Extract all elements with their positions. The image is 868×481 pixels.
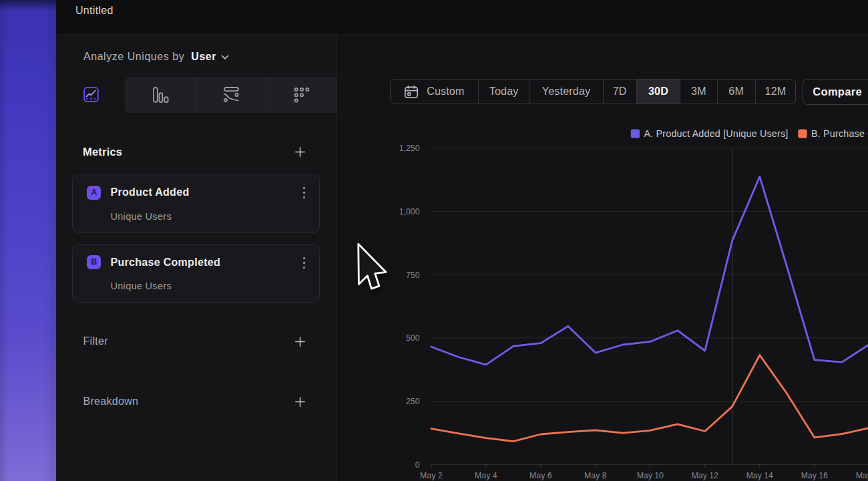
svg-text:May 4: May 4 xyxy=(475,471,497,480)
svg-text:1,250: 1,250 xyxy=(399,144,420,153)
svg-text:750: 750 xyxy=(406,271,420,280)
svg-text:May 10: May 10 xyxy=(637,471,664,480)
svg-text:May 12: May 12 xyxy=(692,471,718,480)
svg-text:May 6: May 6 xyxy=(529,471,552,480)
svg-text:250: 250 xyxy=(406,397,420,406)
svg-text:May 14: May 14 xyxy=(746,471,773,480)
svg-text:1,000: 1,000 xyxy=(399,207,420,216)
svg-text:B. Purchase Completed [Unique: B. Purchase Completed [Unique Users] xyxy=(811,128,868,139)
svg-text:0: 0 xyxy=(415,460,420,470)
svg-text:May 18: May 18 xyxy=(856,471,868,480)
svg-text:May 2: May 2 xyxy=(420,471,443,480)
svg-text:May 8: May 8 xyxy=(584,471,607,480)
svg-text:May 16: May 16 xyxy=(801,471,828,480)
svg-text:A. Product Added [Unique Users: A. Product Added [Unique Users] xyxy=(644,128,789,139)
svg-text:500: 500 xyxy=(406,333,420,343)
